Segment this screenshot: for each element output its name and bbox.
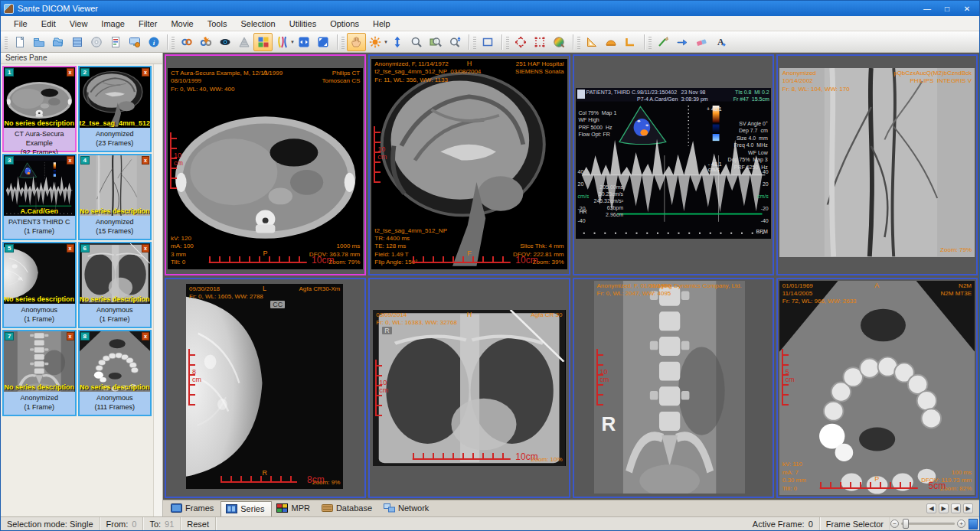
- zoom-reset-icon[interactable]: [446, 33, 465, 51]
- series-thumbnail-8[interactable]: 8 x No series description Anonymous(111 …: [78, 330, 152, 416]
- scroll-frames-icon[interactable]: [388, 33, 407, 51]
- slider-thumb[interactable]: [903, 519, 909, 529]
- close-series-icon[interactable]: x: [142, 332, 149, 340]
- tab-series[interactable]: Series: [220, 501, 272, 516]
- tab-database[interactable]: Database: [317, 501, 379, 516]
- workstation-settings-icon[interactable]: [125, 33, 144, 51]
- slider-minus-button[interactable]: −: [890, 520, 899, 528]
- menu-view[interactable]: View: [63, 17, 95, 31]
- series-pane-title: Series Pane: [1, 53, 162, 64]
- minimize-button[interactable]: —: [918, 2, 936, 15]
- text-annotation-icon[interactable]: A: [711, 33, 730, 51]
- menu-edit[interactable]: Edit: [34, 17, 63, 31]
- toolbar-group-handle[interactable]: [172, 35, 175, 49]
- slider-plus-button[interactable]: +: [957, 520, 965, 528]
- toolbar-group-handle[interactable]: [648, 35, 652, 49]
- angle-measure-icon[interactable]: [621, 33, 640, 51]
- line-annotation-icon[interactable]: [654, 33, 673, 51]
- menu-selection[interactable]: Selection: [234, 17, 282, 31]
- close-series-icon[interactable]: x: [142, 244, 149, 252]
- series-thumbnail-3[interactable]: 3 x A.Card/Gen PATIENT3 THIRD C(1 Frame): [2, 154, 77, 240]
- unlink-series-icon[interactable]: [196, 33, 215, 51]
- close-series-icon[interactable]: x: [142, 156, 149, 165]
- close-button[interactable]: ✕: [958, 2, 976, 15]
- nav-next-button[interactable]: ◀: [951, 503, 961, 513]
- reset-button[interactable]: Reset: [181, 517, 216, 530]
- eraser-icon[interactable]: [692, 33, 711, 51]
- open-series-icon[interactable]: [48, 33, 67, 51]
- window-level-sun-icon[interactable]: [366, 33, 385, 51]
- toolbar-group-handle[interactable]: [5, 35, 8, 49]
- color-palette-icon[interactable]: [550, 33, 569, 51]
- series-pane-scrollbar[interactable]: [153, 64, 162, 516]
- nav-last-button[interactable]: ▶: [963, 503, 973, 513]
- arrow-annotation-icon[interactable]: [673, 33, 692, 51]
- close-series-icon[interactable]: x: [67, 244, 74, 252]
- menu-utilities[interactable]: Utilities: [283, 17, 323, 31]
- series-thumbnail-1[interactable]: 1 x No series description CT Aura-Secura…: [2, 66, 77, 152]
- rectangle-select-icon[interactable]: [479, 33, 498, 51]
- tab-mpr[interactable]: MPR: [272, 501, 316, 516]
- from-field[interactable]: From:0: [100, 517, 144, 530]
- zoom-icon[interactable]: [407, 33, 426, 51]
- viewport-angiogram[interactable]: Anonymized10/14/2002Fr: 8, WL: 104, WW: …: [776, 54, 978, 275]
- pan-hand-icon[interactable]: [347, 33, 366, 51]
- nav-prev-button[interactable]: ▶: [939, 503, 949, 513]
- open-folder-icon[interactable]: [29, 33, 48, 51]
- close-series-icon[interactable]: x: [142, 68, 149, 77]
- zoom-region-icon[interactable]: [426, 33, 446, 51]
- report-icon[interactable]: [106, 33, 125, 51]
- series-thumbnail-5[interactable]: 5 x No series description Anonymous(1 Fr…: [2, 242, 77, 328]
- histogram-icon[interactable]: [234, 33, 253, 51]
- series-thumbnail-4[interactable]: 4 x No series description Anonymized(15 …: [78, 154, 152, 240]
- menu-options[interactable]: Options: [323, 17, 366, 31]
- menu-tools[interactable]: Tools: [201, 17, 234, 31]
- info-icon[interactable]: i: [144, 33, 163, 51]
- close-series-icon[interactable]: x: [67, 68, 74, 77]
- resize-grip[interactable]: [969, 519, 978, 529]
- series-thumbnail-2[interactable]: 2 x t2_tse_sag_4mm_512_NP Anonymized(23 …: [78, 66, 152, 152]
- series-thumbnail-6[interactable]: 6 x No series description Anonymous(1 Fr…: [78, 242, 152, 328]
- viewport-mri-brain[interactable]: Anonymized, F, 11/14/1972t2_tse_sag_4mm_…: [368, 54, 570, 275]
- menu-movie[interactable]: Movie: [164, 17, 200, 31]
- toolbar-group-handle[interactable]: [341, 35, 345, 49]
- frame-selector-slider[interactable]: − +: [890, 520, 969, 528]
- viewport-dental-ct[interactable]: 01/01/196911/14/2005Fr: 72, WL: 966, WW:…: [776, 278, 978, 499]
- to-field[interactable]: To:91: [143, 517, 181, 530]
- close-series-icon[interactable]: x: [67, 332, 74, 340]
- slider-track[interactable]: [901, 523, 955, 525]
- viewport-chest-xray[interactable]: 03/09/2014Fr: 0, WL: 16383, WW: 32768 Ag…: [368, 278, 570, 499]
- burn-cd-icon[interactable]: [87, 33, 106, 51]
- screen-layout-icon[interactable]: [253, 33, 273, 51]
- series-layout-icon[interactable]: [273, 33, 292, 51]
- full-screen-icon[interactable]: [314, 33, 333, 51]
- toolbar-group-handle[interactable]: [473, 35, 476, 49]
- new-file-icon[interactable]: [10, 33, 29, 51]
- set-square-icon[interactable]: [583, 33, 602, 51]
- archive-icon[interactable]: [67, 33, 87, 51]
- menu-file[interactable]: File: [7, 17, 34, 31]
- viewport-abdomen-xray[interactable]: Anonymized, F, 01/01/1900Fr: 0, WL: 2047…: [573, 278, 774, 499]
- viewport-ultrasound-doppler[interactable]: PATIENT3, THIRD C. 98/11/23:150402P7-4 A…: [573, 54, 774, 275]
- menu-filter[interactable]: Filter: [132, 17, 164, 31]
- maximize-button[interactable]: □: [938, 2, 956, 15]
- menu-help[interactable]: Help: [366, 17, 397, 31]
- viewport-ct-abdomen[interactable]: CT Aura-Secura Example, M, 12/13/199908/…: [165, 54, 366, 275]
- viewport-mammogram[interactable]: 09/30/2018Fr: 0, WL: 1605, WW: 2788 Agfa…: [165, 278, 366, 499]
- rectangle-roi-icon[interactable]: [531, 33, 550, 51]
- nav-first-button[interactable]: ◀: [926, 503, 936, 513]
- toolbar-group-handle[interactable]: [506, 35, 509, 49]
- menu-image[interactable]: Image: [94, 17, 132, 31]
- link-series-icon[interactable]: [177, 33, 196, 51]
- show-overlays-eye-icon[interactable]: [215, 33, 234, 51]
- fit-to-window-icon[interactable]: [295, 33, 314, 51]
- close-series-icon[interactable]: x: [67, 156, 74, 165]
- app-icon: [4, 4, 14, 14]
- protractor-icon[interactable]: [602, 33, 621, 51]
- ellipse-roi-icon[interactable]: [511, 33, 531, 51]
- tab-frames[interactable]: Frames: [166, 501, 220, 516]
- series-thumbnail-7[interactable]: 7 x No series description Anonymized(1 F…: [2, 330, 77, 416]
- tab-network[interactable]: Network: [379, 501, 436, 516]
- title-bar[interactable]: Sante DICOM Viewer — □ ✕: [1, 1, 979, 16]
- toolbar-group-handle[interactable]: [577, 35, 580, 49]
